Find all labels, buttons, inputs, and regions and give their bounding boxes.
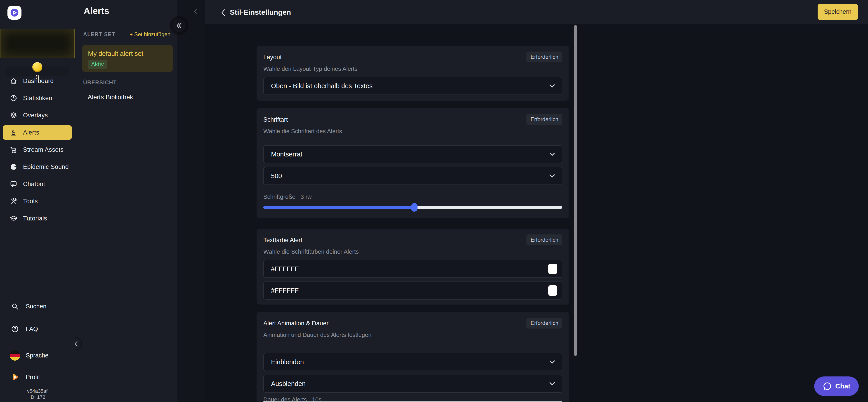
app-root: 0 DashboardStatistikenOverlaysAlertsStre… bbox=[0, 0, 868, 402]
layers-icon bbox=[9, 111, 18, 119]
profile-logo-icon bbox=[9, 371, 21, 383]
coins-panel[interactable]: 0 bbox=[0, 29, 74, 58]
sidebar-item-tools[interactable]: Tools bbox=[3, 194, 72, 209]
chat-square-icon bbox=[9, 180, 18, 188]
sidebar-item-tutorials[interactable]: Tutorials bbox=[3, 211, 72, 226]
sidebar-item-chatbot[interactable]: Chatbot bbox=[3, 177, 72, 191]
chevron-left-icon bbox=[221, 9, 225, 17]
sidebar-item-search[interactable]: Suchen bbox=[0, 299, 74, 314]
sidebar-item-label: Tools bbox=[23, 198, 38, 205]
app-logo[interactable] bbox=[7, 6, 22, 20]
sidebar-item-dashboard[interactable]: Dashboard bbox=[3, 74, 72, 88]
card-label: Alert Animation & Dauer bbox=[264, 319, 329, 327]
sidebar-item-label: Suchen bbox=[26, 303, 46, 310]
coin-icon bbox=[32, 62, 42, 72]
sidebar-nav: DashboardStatistikenOverlaysAlertsStream… bbox=[3, 74, 72, 228]
back-button[interactable] bbox=[218, 8, 228, 18]
text-color-input-1[interactable]: #FFFFFF bbox=[264, 260, 562, 278]
required-badge: Erforderlich bbox=[526, 52, 562, 62]
sidebar-item-label: Statistiken bbox=[23, 95, 52, 102]
overview-label: ÜBERSICHT bbox=[83, 80, 117, 86]
chevron-left-icon[interactable] bbox=[74, 340, 78, 347]
sidebar-item-alerts[interactable]: Alerts bbox=[3, 125, 72, 140]
color-swatch[interactable] bbox=[548, 285, 557, 296]
panel-title: Alerts bbox=[84, 6, 109, 16]
card-subtitle: Wähle die Schriftart des Alerts bbox=[264, 127, 562, 135]
sidebar-item-label: Overlays bbox=[23, 112, 48, 119]
epidemic-sound-icon bbox=[9, 163, 18, 171]
card-header: Textfarbe Alert Erforderlich bbox=[264, 236, 562, 245]
card-subtitle: Wähle die Schriftfarben deiner Alerts bbox=[264, 248, 562, 255]
font-weight-select[interactable]: 500 bbox=[264, 167, 562, 185]
font-size-slider-thumb[interactable] bbox=[411, 203, 417, 212]
chevron-down-icon bbox=[549, 360, 555, 364]
card-label: Textfarbe Alert bbox=[264, 236, 303, 244]
font-family-select[interactable]: Montserrat bbox=[264, 145, 562, 163]
sidebar-item-language[interactable]: Sprache bbox=[0, 348, 74, 363]
text-color-input-2[interactable]: #FFFFFF bbox=[264, 281, 562, 300]
german-flag-icon bbox=[9, 349, 21, 361]
required-badge: Erforderlich bbox=[526, 235, 562, 245]
sidebar-item-epidemic-sound[interactable]: Epidemic Sound bbox=[3, 160, 72, 174]
tools-icon bbox=[9, 197, 18, 205]
sidebar-item-faq[interactable]: FAQ bbox=[0, 322, 74, 336]
save-button[interactable]: Speichern bbox=[817, 4, 858, 20]
alert-set-header: ALERT SET + Set hinzufügen bbox=[83, 31, 170, 37]
sidebar-item-label: Sprache bbox=[26, 352, 49, 359]
font-size-slider[interactable] bbox=[264, 203, 562, 212]
sidebar-item-statistics[interactable]: Statistiken bbox=[3, 91, 72, 105]
alert-set-card[interactable]: My default alert set Aktiv bbox=[82, 45, 173, 72]
graduation-cap-icon bbox=[9, 214, 18, 222]
chevrons-left-icon bbox=[176, 22, 182, 29]
sidebar-item-profile[interactable]: Profil bbox=[0, 370, 74, 384]
card-font: Schriftart Erforderlich Wähle die Schrif… bbox=[256, 108, 569, 218]
layout-select[interactable]: Oben - Bild ist oberhalb des Textes bbox=[264, 77, 562, 95]
panel-collapse-button[interactable] bbox=[173, 19, 186, 32]
animation-out-select[interactable]: Ausblenden bbox=[264, 375, 562, 393]
topbar bbox=[205, 0, 868, 24]
scrollbar-thumb[interactable] bbox=[575, 25, 577, 356]
alerts-library-item[interactable]: Alerts Bibliothek bbox=[88, 94, 133, 101]
main-sidebar: 0 DashboardStatistikenOverlaysAlertsStre… bbox=[0, 0, 74, 402]
sidebar-item-label: FAQ bbox=[26, 326, 38, 333]
status-badge: Aktiv bbox=[88, 60, 107, 69]
color-swatch[interactable] bbox=[548, 264, 557, 274]
card-header: Schriftart Erforderlich bbox=[264, 116, 562, 125]
sidebar-item-label: Profil bbox=[26, 374, 40, 381]
collapsed-subpanel bbox=[177, 0, 205, 402]
card-subtitle: Wähle den Layout-Typ deines Alerts bbox=[264, 65, 562, 72]
required-badge: Erforderlich bbox=[526, 114, 562, 125]
card-animation: Alert Animation & Dauer Erforderlich Ani… bbox=[256, 312, 569, 402]
siren-icon bbox=[9, 128, 18, 136]
cart-icon bbox=[9, 146, 18, 154]
sidebar-item-label: Dashboard bbox=[23, 78, 54, 85]
pie-chart-icon bbox=[9, 94, 18, 102]
card-header: Alert Animation & Dauer Erforderlich bbox=[264, 319, 562, 329]
card-label: Layout bbox=[264, 53, 282, 61]
alert-set-name: My default alert set bbox=[88, 50, 167, 57]
alerts-panel: Alerts ALERT SET + Set hinzufügen My def… bbox=[75, 0, 177, 402]
sidebar-item-label: Stream Assets bbox=[23, 146, 64, 153]
sidebar-item-label: Tutorials bbox=[23, 215, 47, 222]
sidebar-item-stream-assets[interactable]: Stream Assets bbox=[3, 143, 72, 157]
card-header: Layout Erforderlich bbox=[264, 53, 562, 62]
chevron-down-icon bbox=[549, 174, 555, 178]
chat-button[interactable]: Chat bbox=[814, 376, 859, 396]
animation-in-select[interactable]: Einblenden bbox=[264, 353, 562, 371]
required-badge: Erforderlich bbox=[526, 318, 562, 329]
home-icon bbox=[9, 77, 18, 85]
chevron-down-icon bbox=[549, 84, 555, 88]
version-hash: v54a35af bbox=[0, 388, 74, 394]
chevron-down-icon bbox=[549, 152, 555, 156]
question-circle-icon bbox=[9, 323, 21, 335]
sidebar-item-label: Epidemic Sound bbox=[23, 163, 69, 171]
card-label: Schriftart bbox=[264, 116, 288, 123]
add-set-button[interactable]: + Set hinzufügen bbox=[129, 31, 170, 37]
chevron-down-icon bbox=[549, 382, 555, 385]
strip-chevron-left-icon[interactable] bbox=[193, 8, 197, 15]
sidebar-item-overlays[interactable]: Overlays bbox=[3, 108, 72, 123]
search-icon bbox=[9, 301, 21, 312]
font-size-slider-fill bbox=[264, 206, 414, 209]
card-text-color: Textfarbe Alert Erforderlich Wähle die S… bbox=[256, 228, 569, 305]
chat-bubble-icon bbox=[823, 381, 832, 391]
